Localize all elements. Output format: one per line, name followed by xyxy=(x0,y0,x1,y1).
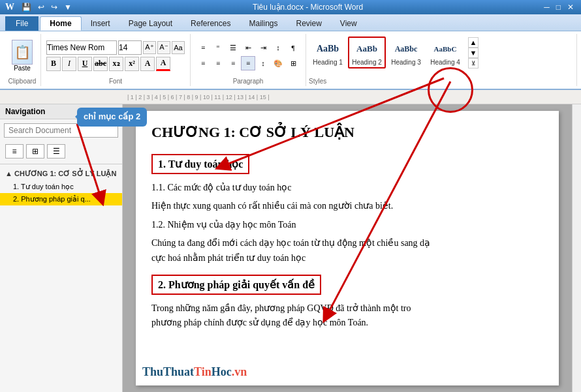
nav-divider xyxy=(0,164,122,164)
increase-indent-btn[interactable]: ⇥ xyxy=(256,40,270,55)
paragraph-group: ≡ ⁼ ☰ ⇤ ⇥ ↕ ¶ ≡ ≡ ≡ ≡ ↕ 🎨 ⊞ Paragraph xyxy=(191,34,306,86)
style-heading3-preview: AaBbc xyxy=(395,39,418,59)
quick-access-toolbar[interactable]: W 💾 ↩ ↪ ▼ Tiêu luận.docx - Microsoft Wor… xyxy=(0,0,581,14)
nav-icon-row: ≡ ⊞ ☰ xyxy=(0,142,122,161)
borders-btn[interactable]: ⊞ xyxy=(286,56,300,70)
underline-button[interactable]: U xyxy=(78,57,92,71)
style-heading4[interactable]: AaBbC Heading 4 xyxy=(426,37,464,68)
shading-btn[interactable]: 🎨 xyxy=(271,56,285,70)
styles-label: Styles xyxy=(309,78,326,85)
qat-expand-btn[interactable]: ▼ xyxy=(62,3,74,12)
document-area: CHƯƠNG 1: CƠ SỞ LÝ LUẬN 1. Tư duy toán h… xyxy=(123,104,572,392)
styles-scroll-up[interactable]: ▲ xyxy=(468,37,479,48)
nav-item-section2[interactable]: 2. Phương pháp giải q... xyxy=(0,193,122,205)
nav-browse-pages-btn[interactable]: ⊞ xyxy=(26,144,44,158)
vertical-scrollbar[interactable] xyxy=(572,104,581,392)
font-name-input[interactable] xyxy=(46,40,117,55)
paste-icon: 📋 xyxy=(12,40,33,65)
clipboard-group: 📋 Paste Clipboard xyxy=(4,34,41,86)
styles-scroll-down[interactable]: ▼ xyxy=(468,48,479,58)
clear-format-btn[interactable]: Aa xyxy=(172,41,185,54)
style-heading3-label: Heading 3 xyxy=(391,59,421,66)
style-heading4-preview: AaBbC xyxy=(434,39,457,59)
paste-button[interactable]: 📋 Paste xyxy=(9,38,35,73)
font-group: A⁺ A⁻ Aa B I U abc x₂ x² A A Font xyxy=(41,34,191,86)
text-highlight-button[interactable]: A xyxy=(140,57,155,71)
tab-mailings[interactable]: Mailings xyxy=(240,16,287,31)
subscript-button[interactable]: x₂ xyxy=(109,57,123,71)
tab-file[interactable]: File xyxy=(5,16,39,31)
tab-review[interactable]: Review xyxy=(287,16,330,31)
show-marks-btn[interactable]: ¶ xyxy=(286,40,300,55)
align-center-btn[interactable]: ≡ xyxy=(211,56,225,70)
tab-references[interactable]: References xyxy=(181,16,240,31)
font-color-button[interactable]: A xyxy=(156,57,170,71)
navigation-panel: Navigation ✕ ≡ ⊞ ☰ ▲ CHƯƠNG 1: CƠ SỞ LÝ … xyxy=(0,104,123,392)
tooltip-chi-muc: chỉ mục cấp 2 xyxy=(77,108,147,127)
tab-page-layout[interactable]: Page Layout xyxy=(119,16,181,31)
numbered-list-btn[interactable]: ⁼ xyxy=(211,40,225,55)
superscript-button[interactable]: x² xyxy=(125,57,139,71)
ruler: | 1 | 2 | 3 | 4 | 5 | 6 | 7 | 8 | 9 | 10… xyxy=(0,90,581,104)
align-right-btn[interactable]: ≡ xyxy=(226,56,240,70)
watermark: ThuThuatTinHoc.vn xyxy=(142,365,247,379)
redo-btn[interactable]: ↪ xyxy=(49,3,59,12)
style-heading1-label: Heading 1 xyxy=(313,59,343,66)
restore-btn[interactable]: □ xyxy=(554,3,563,12)
nav-browse-results-btn[interactable]: ☰ xyxy=(47,144,65,158)
doc-para-1-3: 1.2. Nhiệm vụ của dạy học môn Toán xyxy=(151,218,543,232)
justify-btn[interactable]: ≡ xyxy=(241,56,255,70)
undo-btn[interactable]: ↩ xyxy=(36,3,46,12)
bullets-btn[interactable]: ≡ xyxy=(196,40,210,55)
ribbon: 📋 Paste Clipboard A⁺ A⁻ Aa B I U abc x₂ … xyxy=(0,31,581,90)
main-area: Navigation ✕ ≡ ⊞ ☰ ▲ CHƯƠNG 1: CƠ SỞ LÝ … xyxy=(0,104,581,392)
doc-heading2-section1: 1. Tư duy toán học xyxy=(151,154,249,174)
ribbon-tabs: File Home Insert Page Layout References … xyxy=(0,14,581,31)
italic-button[interactable]: I xyxy=(62,57,76,71)
style-heading1-preview: AaBb xyxy=(317,39,339,59)
paragraph-label: Paragraph xyxy=(233,78,264,85)
nav-browse-headings-btn[interactable]: ≡ xyxy=(5,144,24,158)
save-btn[interactable]: 💾 xyxy=(20,3,33,12)
decrease-indent-btn[interactable]: ⇤ xyxy=(241,40,255,55)
styles-group: AaBb Heading 1 AaBb Heading 2 AaBbc Head… xyxy=(306,34,577,86)
paste-label: Paste xyxy=(14,65,31,72)
clipboard-label: Clipboard xyxy=(8,78,37,85)
tab-home[interactable]: Home xyxy=(40,16,81,31)
doc-para-1-1: 1.1. Các mức độ của tư duy toán học xyxy=(151,181,543,195)
close-btn[interactable]: ✕ xyxy=(565,3,576,12)
style-heading4-label: Heading 4 xyxy=(430,59,460,66)
styles-more[interactable]: ⊻ xyxy=(468,58,479,68)
style-heading3[interactable]: AaBbc Heading 3 xyxy=(387,37,425,68)
doc-para-1-4: Chúng ta đang đổi mới cách dạy học toán … xyxy=(151,236,543,265)
nav-section-chapter1: ▲ CHƯƠNG 1: CƠ SỞ LÝ LUẬN xyxy=(0,167,122,181)
font-size-input[interactable] xyxy=(118,40,142,55)
style-heading2-label: Heading 2 xyxy=(352,59,382,66)
bold-button[interactable]: B xyxy=(46,57,61,71)
nav-item-section1[interactable]: 1. Tư duy toán học xyxy=(0,181,122,193)
multilevel-btn[interactable]: ☰ xyxy=(226,40,240,55)
style-heading2[interactable]: AaBb Heading 2 xyxy=(348,37,386,68)
doc-chapter-heading: CHƯƠNG 1: CƠ SỞ LÝ LUẬN xyxy=(151,124,543,141)
document-page: CHƯƠNG 1: CƠ SỞ LÝ LUẬN 1. Tư duy toán h… xyxy=(136,111,559,385)
doc-para-2-1: Trong những năm gần đây, phương pháp GQV… xyxy=(151,301,543,331)
doc-heading2-section2: 2. Phương pháp giải quyết vấn đề xyxy=(151,275,321,295)
tab-view[interactable]: View xyxy=(331,16,366,31)
strikethrough-button[interactable]: abc xyxy=(93,57,108,71)
font-grow-btn[interactable]: A⁺ xyxy=(143,41,156,54)
align-left-btn[interactable]: ≡ xyxy=(196,56,210,70)
style-heading1[interactable]: AaBb Heading 1 xyxy=(309,37,347,68)
minimize-btn[interactable]: ─ xyxy=(542,3,552,12)
doc-para-1-2: Hiện thực xung quanh có rất nhiều cái mà… xyxy=(151,199,543,213)
style-heading2-preview: AaBb xyxy=(356,39,377,59)
line-spacing-btn[interactable]: ↕ xyxy=(256,56,270,70)
word-icon: W xyxy=(5,2,14,12)
sort-btn[interactable]: ↕ xyxy=(271,40,285,55)
font-label: Font xyxy=(109,78,122,85)
title-bar-text: Tiêu luận.docx - Microsoft Word xyxy=(76,3,539,12)
font-shrink-btn[interactable]: A⁻ xyxy=(157,41,170,54)
tab-insert[interactable]: Insert xyxy=(82,16,119,31)
